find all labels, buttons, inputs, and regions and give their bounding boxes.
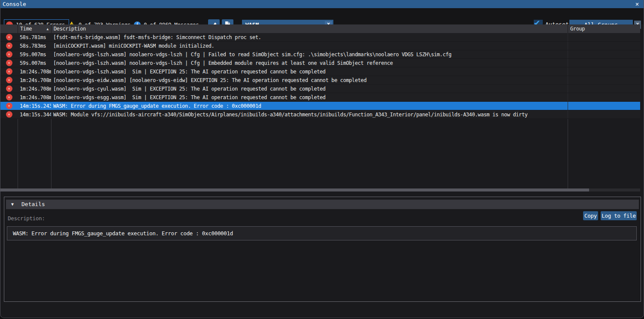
log-row-description: [noolaero-vdgs-eidw.wasm] [noolaero-vdgs… <box>51 76 568 84</box>
toolbar: ✕ 10 of 628 Errors ! 0 of 783 Warnings i… <box>0 8 644 24</box>
log-row-group <box>568 59 640 67</box>
log-row-group <box>568 67 640 76</box>
row-icon-cell: ✕ <box>0 76 18 84</box>
log-table-header: Time ▲ Description Group <box>0 24 640 33</box>
row-icon-cell: ✕ <box>0 42 18 50</box>
row-icon-cell: ✕ <box>0 102 18 110</box>
log-row[interactable]: ✕ 59s.007ms [noolaero-vdgs-lszh.wasm] no… <box>0 59 640 67</box>
error-icon: ✕ <box>6 68 12 75</box>
error-icon: ✕ <box>6 85 12 92</box>
log-row[interactable]: ✕ 14m:15s.243ms WASM: Error during FMGS_… <box>0 102 640 110</box>
error-icon: ✕ <box>6 60 12 66</box>
copy-button[interactable]: Copy <box>583 211 598 220</box>
column-header-group[interactable]: Group <box>568 24 640 33</box>
log-table: Time ▲ Description Group ✕ 58s.781ms [fs… <box>0 24 640 191</box>
close-icon[interactable]: ✕ <box>634 0 641 8</box>
log-row-group <box>568 102 640 110</box>
log-row-time: 1m:24s.708ms <box>18 85 51 93</box>
log-row-group <box>568 42 640 50</box>
log-row-description: [noolaero-vdgs-cyul.wasm] Sim | EXCEPTIO… <box>51 85 568 93</box>
error-icon: ✕ <box>6 111 12 118</box>
log-row-description: WASM: Error during FMGS_gauge_update exe… <box>51 102 568 110</box>
console-window: Console ✕ ✕ 10 of 628 Errors ! 0 of 783 … <box>0 0 644 318</box>
row-icon-cell: ✕ <box>0 85 18 93</box>
error-icon: ✕ <box>6 34 12 40</box>
column-divider <box>51 119 51 188</box>
log-row-description: [miniCOCKPIT.wasm] miniCOCKPIT-WASM modu… <box>51 42 568 50</box>
column-divider <box>18 119 18 188</box>
log-row-group <box>568 85 640 93</box>
row-icon-cell: ✕ <box>0 93 18 101</box>
error-icon: ✕ <box>6 94 12 100</box>
log-row-time: 59s.007ms <box>18 50 51 58</box>
details-header-label: Details <box>21 200 45 209</box>
column-divider <box>568 119 568 188</box>
log-row-description: WASM: Module vfs://inibuilds-aircraft-a3… <box>51 110 568 118</box>
log-row-group <box>568 93 640 101</box>
error-icon: ✕ <box>6 103 12 109</box>
column-header-time[interactable]: Time ▲ <box>18 24 51 33</box>
row-icon-cell: ✕ <box>0 33 18 41</box>
log-row-time: 1m:24s.708ms <box>18 67 51 76</box>
log-row-group <box>568 33 640 41</box>
log-row-description: [fsdt-msfs-bridge.wasm] fsdt-msfs-bridge… <box>51 33 568 41</box>
log-row-group <box>568 76 640 84</box>
log-row-time: 14m:15s.243ms <box>18 102 51 110</box>
description-text-box[interactable]: WASM: Error during FMGS_gauge_update exe… <box>7 226 637 240</box>
log-row[interactable]: ✕ 1m:24s.708ms [noolaero-vdgs-esgg.wasm]… <box>0 93 640 102</box>
column-header-description[interactable]: Description <box>51 24 568 33</box>
log-row[interactable]: ✕ 1m:24s.708ms [noolaero-vdgs-eidw.wasm]… <box>0 76 640 85</box>
log-rows: ✕ 58s.781ms [fsdt-msfs-bridge.wasm] fsdt… <box>0 33 640 119</box>
row-icon-cell: ✕ <box>0 67 18 76</box>
log-row-time: 14m:15s.344ms <box>18 110 51 118</box>
log-row-group <box>568 110 640 118</box>
log-row-time: 58s.781ms <box>18 33 51 41</box>
log-row[interactable]: ✕ 1m:24s.708ms [noolaero-vdgs-cyul.wasm]… <box>0 85 640 93</box>
log-row[interactable]: ✕ 1m:24s.708ms [noolaero-vdgs-lszh.wasm]… <box>0 67 640 76</box>
log-row-time: 58s.783ms <box>18 42 51 50</box>
description-label: Description: <box>8 215 45 222</box>
collapse-icon: ▼ <box>11 200 14 209</box>
horizontal-scrollbar[interactable] <box>0 188 640 191</box>
log-row[interactable]: ✕ 58s.781ms [fsdt-msfs-bridge.wasm] fsdt… <box>0 33 640 42</box>
log-row[interactable]: ✕ 58s.783ms [miniCOCKPIT.wasm] miniCOCKP… <box>0 42 640 50</box>
error-icon: ✕ <box>6 51 12 58</box>
sort-ascending-icon: ▲ <box>47 25 48 33</box>
window-title: Console <box>3 0 26 8</box>
row-icon-cell: ✕ <box>0 59 18 67</box>
titlebar: Console ✕ <box>0 0 644 8</box>
log-row-description: [noolaero-vdgs-lszh.wasm] noolaero-vdgs-… <box>51 50 568 58</box>
error-icon: ✕ <box>6 43 12 49</box>
details-header[interactable]: ▼ Details <box>6 200 639 209</box>
log-row-description: [noolaero-vdgs-esgg.wasm] Sim | EXCEPTIO… <box>51 93 568 101</box>
details-panel: ▼ Details Description: Copy Log to file … <box>4 197 641 302</box>
scrollbar-thumb[interactable] <box>0 188 589 191</box>
row-icon-cell: ✕ <box>0 110 18 118</box>
log-row-description: [noolaero-vdgs-lszh.wasm] Sim | EXCEPTIO… <box>51 67 568 76</box>
log-row-time: 1m:24s.708ms <box>18 76 51 84</box>
log-row[interactable]: ✕ 14m:15s.344ms WASM: Module vfs://inibu… <box>0 110 640 119</box>
column-header-icon[interactable] <box>0 24 18 33</box>
error-icon: ✕ <box>6 77 12 83</box>
log-row[interactable]: ✕ 59s.007ms [noolaero-vdgs-lszh.wasm] no… <box>0 50 640 59</box>
log-row-description: [noolaero-vdgs-lszh.wasm] noolaero-vdgs-… <box>51 59 568 67</box>
log-to-file-button[interactable]: Log to file <box>601 211 637 220</box>
log-row-time: 59s.007ms <box>18 59 51 67</box>
row-icon-cell: ✕ <box>0 50 18 58</box>
log-row-time: 1m:24s.708ms <box>18 93 51 101</box>
log-row-group <box>568 50 640 58</box>
